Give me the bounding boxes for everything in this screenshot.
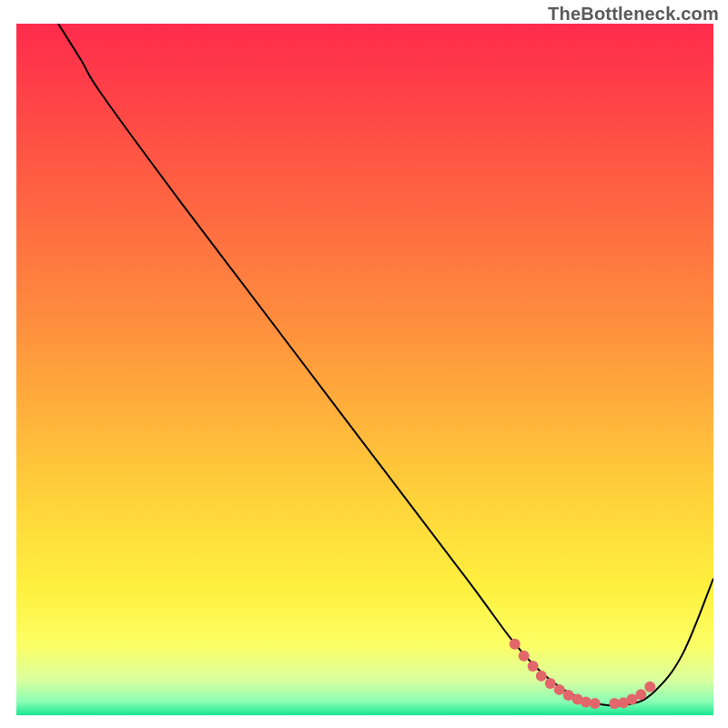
bead-point (536, 671, 547, 682)
plot-area (16, 24, 713, 715)
gradient-background (16, 24, 713, 715)
bead-point (545, 678, 556, 689)
chart-svg (16, 24, 713, 715)
bead-point (644, 682, 655, 693)
bead-point (635, 689, 646, 700)
bead-point (519, 651, 530, 662)
bead-point (590, 698, 601, 709)
watermark-label: TheBottleneck.com (548, 4, 719, 25)
bead-point (510, 639, 521, 650)
chart-container: TheBottleneck.com (0, 0, 728, 728)
bead-point (528, 661, 539, 672)
bead-point (554, 684, 565, 695)
